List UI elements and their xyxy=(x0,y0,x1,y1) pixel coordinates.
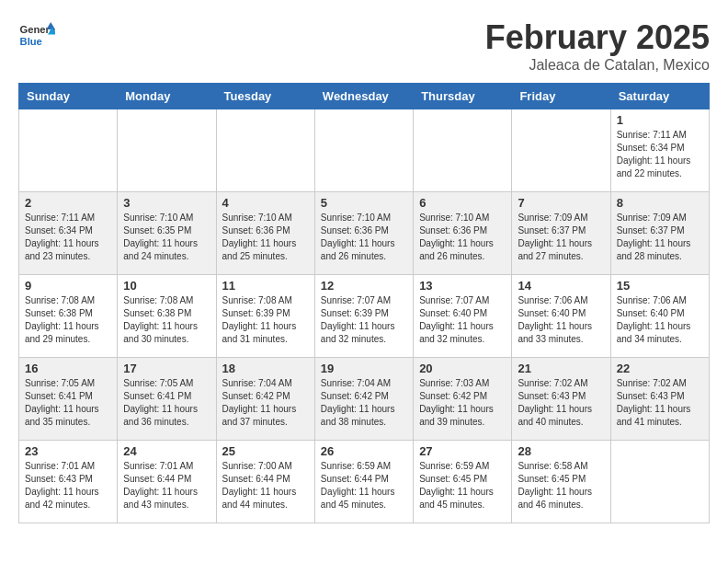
calendar-week-row: 9Sunrise: 7:08 AM Sunset: 6:38 PM Daylig… xyxy=(19,275,710,358)
weekday-header-wednesday: Wednesday xyxy=(314,84,413,109)
day-number: 17 xyxy=(123,362,210,375)
day-number: 5 xyxy=(321,196,407,210)
weekday-header-friday: Friday xyxy=(512,84,610,109)
day-info: Sunrise: 7:01 AM Sunset: 6:44 PM Dayligh… xyxy=(123,460,210,511)
day-info: Sunrise: 7:04 AM Sunset: 6:42 PM Dayligh… xyxy=(321,377,407,429)
day-number: 10 xyxy=(123,279,210,293)
day-info: Sunrise: 7:06 AM Sunset: 6:40 PM Dayligh… xyxy=(518,294,604,346)
calendar-cell: 27Sunrise: 6:59 AM Sunset: 6:45 PM Dayli… xyxy=(414,441,512,523)
day-info: Sunrise: 7:09 AM Sunset: 6:37 PM Dayligh… xyxy=(518,212,604,263)
day-info: Sunrise: 7:04 AM Sunset: 6:42 PM Dayligh… xyxy=(222,377,309,429)
weekday-header-thursday: Thursday xyxy=(414,84,512,109)
calendar-week-row: 23Sunrise: 7:01 AM Sunset: 6:43 PM Dayli… xyxy=(19,441,710,523)
calendar-cell: 11Sunrise: 7:08 AM Sunset: 6:39 PM Dayli… xyxy=(216,275,314,358)
day-number: 8 xyxy=(617,196,703,210)
day-info: Sunrise: 7:02 AM Sunset: 6:43 PM Dayligh… xyxy=(617,377,703,429)
weekday-header-monday: Monday xyxy=(118,84,216,109)
weekday-header-sunday: Sunday xyxy=(19,84,118,109)
day-info: Sunrise: 7:05 AM Sunset: 6:41 PM Dayligh… xyxy=(25,377,111,429)
calendar-cell: 15Sunrise: 7:06 AM Sunset: 6:40 PM Dayli… xyxy=(610,275,709,358)
calendar-cell: 22Sunrise: 7:02 AM Sunset: 6:43 PM Dayli… xyxy=(610,358,709,441)
day-number: 25 xyxy=(222,444,309,458)
day-info: Sunrise: 7:10 AM Sunset: 6:35 PM Dayligh… xyxy=(123,212,210,263)
calendar-cell: 23Sunrise: 7:01 AM Sunset: 6:43 PM Dayli… xyxy=(19,441,118,523)
day-number: 23 xyxy=(25,444,111,458)
calendar-cell: 2Sunrise: 7:11 AM Sunset: 6:34 PM Daylig… xyxy=(19,192,118,275)
calendar-cell: 26Sunrise: 6:59 AM Sunset: 6:44 PM Dayli… xyxy=(314,441,413,523)
day-number: 27 xyxy=(419,444,506,458)
calendar-cell xyxy=(216,109,314,192)
logo: General Blue xyxy=(18,18,57,52)
day-info: Sunrise: 7:00 AM Sunset: 6:44 PM Dayligh… xyxy=(222,460,309,511)
calendar-cell: 1Sunrise: 7:11 AM Sunset: 6:34 PM Daylig… xyxy=(610,109,709,192)
calendar-week-row: 1Sunrise: 7:11 AM Sunset: 6:34 PM Daylig… xyxy=(19,109,710,192)
day-number: 2 xyxy=(25,196,111,210)
day-number: 18 xyxy=(222,362,309,375)
location-subtitle: Jaleaca de Catalan, Mexico xyxy=(485,57,710,74)
calendar-cell: 17Sunrise: 7:05 AM Sunset: 6:41 PM Dayli… xyxy=(118,358,216,441)
calendar-cell: 4Sunrise: 7:10 AM Sunset: 6:36 PM Daylig… xyxy=(216,192,314,275)
calendar-cell: 24Sunrise: 7:01 AM Sunset: 6:44 PM Dayli… xyxy=(118,441,216,523)
calendar-cell: 18Sunrise: 7:04 AM Sunset: 6:42 PM Dayli… xyxy=(216,358,314,441)
calendar-cell xyxy=(414,109,512,192)
day-info: Sunrise: 7:02 AM Sunset: 6:43 PM Dayligh… xyxy=(518,377,604,429)
calendar-cell: 14Sunrise: 7:06 AM Sunset: 6:40 PM Dayli… xyxy=(512,275,610,358)
calendar-cell: 21Sunrise: 7:02 AM Sunset: 6:43 PM Dayli… xyxy=(512,358,610,441)
day-info: Sunrise: 7:06 AM Sunset: 6:40 PM Dayligh… xyxy=(617,294,703,346)
page-header: General Blue February 2025 Jaleaca de Ca… xyxy=(18,18,710,74)
calendar-cell: 6Sunrise: 7:10 AM Sunset: 6:36 PM Daylig… xyxy=(414,192,512,275)
calendar-cell: 9Sunrise: 7:08 AM Sunset: 6:38 PM Daylig… xyxy=(19,275,118,358)
day-info: Sunrise: 7:03 AM Sunset: 6:42 PM Dayligh… xyxy=(419,377,506,429)
calendar-week-row: 16Sunrise: 7:05 AM Sunset: 6:41 PM Dayli… xyxy=(19,358,710,441)
calendar-cell: 20Sunrise: 7:03 AM Sunset: 6:42 PM Dayli… xyxy=(414,358,512,441)
day-info: Sunrise: 7:07 AM Sunset: 6:40 PM Dayligh… xyxy=(419,294,506,346)
day-number: 20 xyxy=(419,362,506,375)
day-number: 3 xyxy=(123,196,210,210)
calendar-cell: 13Sunrise: 7:07 AM Sunset: 6:40 PM Dayli… xyxy=(414,275,512,358)
day-info: Sunrise: 7:08 AM Sunset: 6:38 PM Dayligh… xyxy=(25,294,111,346)
day-info: Sunrise: 7:10 AM Sunset: 6:36 PM Dayligh… xyxy=(419,212,506,263)
day-number: 1 xyxy=(617,113,703,127)
day-number: 16 xyxy=(25,362,111,375)
day-number: 22 xyxy=(617,362,703,375)
calendar-cell: 28Sunrise: 6:58 AM Sunset: 6:45 PM Dayli… xyxy=(512,441,610,523)
month-year-title: February 2025 xyxy=(485,18,710,57)
day-number: 15 xyxy=(617,279,703,293)
calendar-cell: 5Sunrise: 7:10 AM Sunset: 6:36 PM Daylig… xyxy=(314,192,413,275)
day-info: Sunrise: 7:08 AM Sunset: 6:38 PM Dayligh… xyxy=(123,294,210,346)
weekday-header-saturday: Saturday xyxy=(610,84,709,109)
day-number: 13 xyxy=(419,279,506,293)
calendar-week-row: 2Sunrise: 7:11 AM Sunset: 6:34 PM Daylig… xyxy=(19,192,710,275)
day-info: Sunrise: 6:58 AM Sunset: 6:45 PM Dayligh… xyxy=(518,460,604,511)
day-info: Sunrise: 6:59 AM Sunset: 6:45 PM Dayligh… xyxy=(419,460,506,511)
title-section: February 2025 Jaleaca de Catalan, Mexico xyxy=(485,18,710,74)
day-number: 21 xyxy=(518,362,604,375)
day-number: 7 xyxy=(518,196,604,210)
day-number: 4 xyxy=(222,196,309,210)
day-info: Sunrise: 7:08 AM Sunset: 6:39 PM Dayligh… xyxy=(222,294,309,346)
day-info: Sunrise: 7:07 AM Sunset: 6:39 PM Dayligh… xyxy=(321,294,407,346)
day-info: Sunrise: 7:01 AM Sunset: 6:43 PM Dayligh… xyxy=(25,460,111,511)
calendar-cell: 19Sunrise: 7:04 AM Sunset: 6:42 PM Dayli… xyxy=(314,358,413,441)
calendar-cell xyxy=(314,109,413,192)
day-number: 28 xyxy=(518,444,604,458)
day-info: Sunrise: 7:11 AM Sunset: 6:34 PM Dayligh… xyxy=(25,212,111,263)
day-info: Sunrise: 7:10 AM Sunset: 6:36 PM Dayligh… xyxy=(321,212,407,263)
svg-text:Blue: Blue xyxy=(20,36,42,47)
day-number: 9 xyxy=(25,279,111,293)
day-info: Sunrise: 7:10 AM Sunset: 6:36 PM Dayligh… xyxy=(222,212,309,263)
day-number: 19 xyxy=(321,362,407,375)
calendar-cell xyxy=(610,441,709,523)
calendar-cell: 12Sunrise: 7:07 AM Sunset: 6:39 PM Dayli… xyxy=(314,275,413,358)
calendar-cell: 8Sunrise: 7:09 AM Sunset: 6:37 PM Daylig… xyxy=(610,192,709,275)
calendar-cell: 7Sunrise: 7:09 AM Sunset: 6:37 PM Daylig… xyxy=(512,192,610,275)
day-info: Sunrise: 7:11 AM Sunset: 6:34 PM Dayligh… xyxy=(617,129,703,180)
calendar-cell xyxy=(118,109,216,192)
day-number: 14 xyxy=(518,279,604,293)
day-info: Sunrise: 7:05 AM Sunset: 6:41 PM Dayligh… xyxy=(123,377,210,429)
day-number: 6 xyxy=(419,196,506,210)
calendar-cell: 10Sunrise: 7:08 AM Sunset: 6:38 PM Dayli… xyxy=(118,275,216,358)
weekday-header-row: SundayMondayTuesdayWednesdayThursdayFrid… xyxy=(19,84,710,109)
calendar-cell: 3Sunrise: 7:10 AM Sunset: 6:35 PM Daylig… xyxy=(118,192,216,275)
calendar-cell xyxy=(512,109,610,192)
